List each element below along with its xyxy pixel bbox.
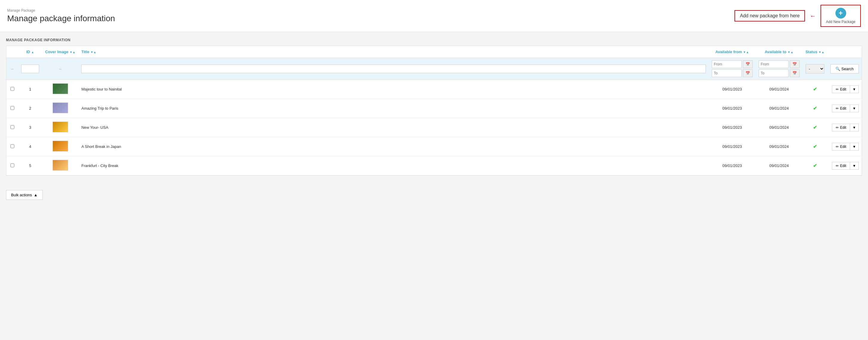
row-id: 2 bbox=[18, 99, 42, 118]
row-title: Frankfurt - City Break bbox=[78, 156, 709, 175]
to-sort-icon[interactable]: ▼▲ bbox=[787, 51, 793, 54]
from-date-row: 📅 bbox=[712, 60, 753, 68]
edit-dropdown-btn-2[interactable]: ▼ bbox=[850, 104, 859, 112]
to-date-input-1[interactable] bbox=[712, 69, 742, 77]
th-available-from[interactable]: Available from ▼▲ bbox=[709, 46, 756, 58]
table-row: 3 New Your- USA 09/01/2023 09/01/2024 ✔ … bbox=[6, 118, 862, 137]
row-available-from: 09/01/2023 bbox=[709, 118, 756, 137]
id-sort-icon[interactable]: ▲ bbox=[31, 51, 34, 54]
row-checkbox-4[interactable] bbox=[10, 144, 14, 148]
pencil-icon: ✏ bbox=[836, 164, 839, 168]
edit-button-1[interactable]: ✏ Edit bbox=[832, 86, 850, 93]
edit-button-5[interactable]: ✏ Edit bbox=[832, 162, 850, 170]
edit-button-3[interactable]: ✏ Edit bbox=[832, 124, 850, 131]
table-body: 1 Majestic tour to Nainital 09/01/2023 0… bbox=[6, 80, 862, 175]
row-checkbox-cell bbox=[6, 118, 18, 137]
th-actions bbox=[827, 46, 862, 58]
row-id: 4 bbox=[18, 137, 42, 156]
row-available-from: 09/01/2023 bbox=[709, 156, 756, 175]
section-title: MANAGE PACKAGE INFORMATION bbox=[6, 38, 862, 42]
to-calendar-btn-1[interactable]: 📅 bbox=[743, 69, 753, 77]
edit-button-2[interactable]: ✏ Edit bbox=[832, 104, 850, 112]
pencil-icon: ✏ bbox=[836, 125, 839, 130]
row-checkbox-5[interactable] bbox=[10, 163, 14, 167]
plus-icon: + bbox=[835, 8, 846, 19]
to-date-input-2[interactable] bbox=[759, 69, 788, 77]
row-checkbox-cell bbox=[6, 137, 18, 156]
th-available-to[interactable]: Available to ▼▲ bbox=[756, 46, 803, 58]
row-actions: ✏ Edit ▼ bbox=[827, 137, 862, 156]
from-date-input-1[interactable] bbox=[712, 60, 742, 68]
row-checkbox-1[interactable] bbox=[10, 87, 14, 91]
header-left: Manage Package Manage package informatio… bbox=[7, 8, 115, 23]
table-row: 1 Majestic tour to Nainital 09/01/2023 0… bbox=[6, 80, 862, 99]
title-sort-icon[interactable]: ▼▲ bbox=[91, 51, 96, 54]
row-available-from: 09/01/2023 bbox=[709, 80, 756, 99]
cover-image-thumb bbox=[53, 141, 68, 152]
table-row: 2 Amazing Trip to Paris 09/01/2023 09/01… bbox=[6, 99, 862, 118]
status-check-icon: ✔ bbox=[813, 106, 817, 111]
th-title[interactable]: Title ▼▲ bbox=[78, 46, 709, 58]
row-status: ✔ bbox=[803, 80, 827, 99]
edit-dropdown-btn-4[interactable]: ▼ bbox=[850, 143, 859, 151]
edit-dropdown-btn-5[interactable]: ▼ bbox=[850, 162, 859, 170]
edit-dropdown-btn-1[interactable]: ▼ bbox=[850, 86, 859, 93]
row-checkbox-3[interactable] bbox=[10, 125, 14, 129]
cover-image-thumb bbox=[53, 102, 68, 113]
status-check-icon: ✔ bbox=[813, 144, 817, 149]
row-checkbox-cell bbox=[6, 156, 18, 175]
add-new-package-button[interactable]: + Add New Package bbox=[820, 5, 861, 27]
to-date-row: 📅 bbox=[712, 69, 753, 77]
available-from-filter: 📅 📅 bbox=[712, 60, 753, 77]
status-sort-icon[interactable]: ▼▲ bbox=[818, 51, 825, 54]
edit-button-4[interactable]: ✏ Edit bbox=[832, 143, 850, 151]
table-header-row: ID ▲ Cover Image ▼▲ Title ▼▲ Available f… bbox=[6, 46, 862, 58]
footer-area: Bulk actions ▲ bbox=[0, 182, 868, 204]
page-title: Manage package information bbox=[7, 14, 115, 23]
filter-search-col: 🔍 Search bbox=[827, 58, 862, 80]
title-filter-input[interactable] bbox=[81, 65, 706, 73]
cover-sort-icon[interactable]: ▼▲ bbox=[70, 51, 75, 54]
arrow-right-icon: ← bbox=[810, 12, 816, 20]
row-available-from: 09/01/2023 bbox=[709, 137, 756, 156]
row-available-to: 09/01/2024 bbox=[756, 118, 803, 137]
from-calendar-btn-2[interactable]: 📅 bbox=[790, 60, 800, 68]
row-available-from: 09/01/2023 bbox=[709, 99, 756, 118]
row-id: 5 bbox=[18, 156, 42, 175]
row-title: Amazing Trip to Paris bbox=[78, 99, 709, 118]
from-calendar-btn-1[interactable]: 📅 bbox=[743, 60, 753, 68]
search-button[interactable]: 🔍 Search bbox=[830, 64, 859, 73]
status-check-icon: ✔ bbox=[813, 125, 817, 130]
th-cover-image[interactable]: Cover Image ▼▲ bbox=[42, 46, 78, 58]
row-checkbox-cell bbox=[6, 80, 18, 99]
th-id[interactable]: ID ▲ bbox=[18, 46, 42, 58]
filter-title-col bbox=[78, 58, 709, 80]
edit-dropdown-btn-3[interactable]: ▼ bbox=[850, 124, 859, 131]
row-id: 3 bbox=[18, 118, 42, 137]
row-cover-image bbox=[42, 156, 78, 175]
filter-status-col: - Active Inactive bbox=[803, 58, 827, 80]
row-checkbox-2[interactable] bbox=[10, 106, 14, 110]
filter-to-col: 📅 📅 bbox=[756, 58, 803, 80]
table-container: ID ▲ Cover Image ▼▲ Title ▼▲ Available f… bbox=[6, 46, 862, 176]
row-actions: ✏ Edit ▼ bbox=[827, 99, 862, 118]
row-cover-image bbox=[42, 137, 78, 156]
row-available-to: 09/01/2024 bbox=[756, 99, 803, 118]
from-sort-icon[interactable]: ▼▲ bbox=[743, 51, 749, 54]
from-date-input-2[interactable] bbox=[759, 60, 788, 68]
row-cover-image bbox=[42, 99, 78, 118]
row-status: ✔ bbox=[803, 118, 827, 137]
filter-row: -- -- 📅 bbox=[6, 58, 862, 80]
th-status[interactable]: Status ▼▲ bbox=[803, 46, 827, 58]
filter-img-col: -- bbox=[42, 58, 78, 80]
to-calendar-btn-2[interactable]: 📅 bbox=[790, 69, 800, 77]
to-date-row-2: 📅 bbox=[759, 69, 800, 77]
status-filter-select[interactable]: - Active Inactive bbox=[806, 64, 825, 73]
pencil-icon: ✏ bbox=[836, 87, 839, 91]
breadcrumb: Manage Package bbox=[7, 8, 115, 12]
available-to-filter: 📅 📅 bbox=[759, 60, 800, 77]
id-filter-input[interactable] bbox=[21, 65, 39, 73]
bulk-actions-button[interactable]: Bulk actions ▲ bbox=[6, 190, 43, 200]
pencil-icon: ✏ bbox=[836, 145, 839, 149]
add-new-package-label: Add New Package bbox=[826, 20, 856, 24]
